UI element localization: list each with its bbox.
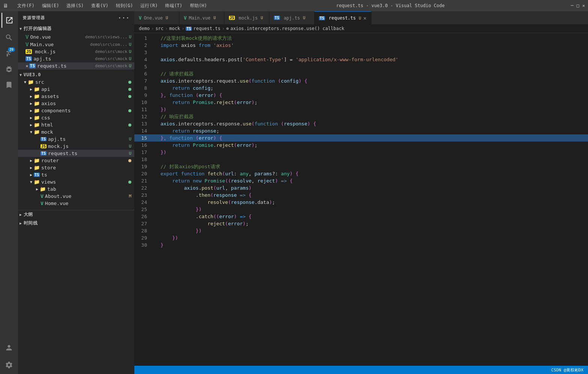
menu-terminal[interactable]: 终端(T) [162, 2, 185, 10]
code-line-15: 15 }, function (error) { [134, 134, 588, 142]
close-icon[interactable]: × [26, 63, 29, 69]
code-line-2: 2 import axios from 'axios' [134, 42, 588, 49]
project-section[interactable]: ▼ VUE3.0 [18, 71, 134, 78]
folder-assets[interactable]: ▶ 📁 assets [18, 93, 134, 100]
menu-file[interactable]: 文件(F) [14, 2, 38, 10]
line-content-4: axios.defaults.headers.post['Content-Typ… [153, 56, 588, 63]
breadcrumb-demo[interactable]: demo [139, 26, 150, 31]
timeline-chevron: ▶ [20, 221, 22, 225]
tab-main-vue[interactable]: V Main.vue U [179, 11, 224, 24]
file-about-vue[interactable]: V About.vue M [18, 193, 134, 200]
titlebar: 🖥 文件(F) 编辑(E) 选择(S) 查看(V) 转到(G) 运行(R) 终端… [0, 0, 588, 11]
vue-icon: V [26, 41, 29, 47]
folder-src[interactable]: ▼ 📁 src [18, 78, 134, 86]
line-content-11: }) [153, 106, 588, 113]
maximize-button[interactable]: □ [577, 3, 579, 8]
file-mock-js[interactable]: JS mock.js U [18, 143, 134, 150]
activity-debug[interactable] [2, 62, 17, 77]
activity-source-control[interactable]: 29 [2, 46, 17, 61]
tab-one-vue[interactable]: V One.vue U [134, 11, 179, 24]
folder-tab[interactable]: ▶ 📁 tab [18, 185, 134, 193]
timeline-section[interactable]: ▶ 时间线 [18, 219, 134, 228]
line-content-23: .then(response => { [153, 192, 588, 199]
folder-views[interactable]: ▼ 📁 views [18, 178, 134, 185]
close-button[interactable]: ✕ [582, 3, 585, 8]
tab-request-ts[interactable]: TS request.ts U ✕ [314, 11, 371, 24]
open-file-main-vue[interactable]: V Main.vue demo\src\com... U [18, 41, 134, 48]
activity-explorer[interactable] [2, 13, 17, 28]
sidebar-more-button[interactable]: ··· [118, 14, 130, 21]
file-apj-ts[interactable]: TS apj.ts U [18, 136, 134, 143]
folder-components[interactable]: ▶ 📁 components [18, 107, 134, 114]
menu-run[interactable]: 运行(R) [137, 2, 161, 10]
menu-goto[interactable]: 转到(G) [113, 2, 136, 10]
open-file-mock-js[interactable]: JS mock.js demo\src\mock U [18, 48, 134, 55]
file-about-vue-badge: M [129, 194, 131, 199]
line-num-25: 25 [134, 206, 153, 213]
open-file-one-vue[interactable]: V One.vue demo\src\views... U [18, 33, 134, 41]
tab-ts-icon: TS [274, 16, 280, 20]
activity-settings[interactable] [2, 357, 17, 372]
folder-css-icon: 📁 [34, 115, 40, 121]
folder-router-icon: 📁 [34, 158, 40, 163]
code-line-23: 23 .then(response => { [134, 192, 588, 199]
outline-section[interactable]: ▶ 大纲 [18, 210, 134, 219]
folder-router[interactable]: ▶ 📁 router [18, 157, 134, 164]
line-num-14: 14 [134, 127, 153, 134]
menu-select[interactable]: 选择(S) [63, 2, 87, 10]
outline-label: 大纲 [24, 211, 33, 218]
menu-edit[interactable]: 编辑(E) [39, 2, 62, 10]
folder-mock[interactable]: ▼ 📁 mock [18, 128, 134, 136]
window-controls: ─ □ ✕ [571, 3, 585, 8]
line-num-26: 26 [134, 213, 153, 220]
breadcrumb-mock[interactable]: mock [169, 26, 180, 31]
open-file-path: demo\src\mock [95, 56, 127, 61]
outline-chevron: ▶ [20, 213, 22, 217]
tab-apj-ts[interactable]: TS apj.ts U [269, 11, 314, 24]
activity-extensions[interactable] [2, 77, 17, 92]
open-editors-section[interactable]: ▼ 打开的编辑器 [18, 24, 134, 33]
code-line-25: 25 }) [134, 206, 588, 213]
folder-html[interactable]: ▶ 📁 html [18, 121, 134, 128]
folder-axios[interactable]: ▶ 📁 axios [18, 100, 134, 107]
breadcrumb-symbol[interactable]: axios.interceptors.response.use() callba… [230, 26, 344, 31]
breadcrumb-src[interactable]: src [155, 26, 164, 31]
folder-css[interactable]: ▶ 📁 css [18, 114, 134, 121]
menu-help[interactable]: 帮助(H) [187, 2, 210, 10]
file-mock-js-name: mock.js [48, 143, 127, 149]
tab-name: One.vue [144, 15, 163, 21]
line-content-7: axios.interceptors.request.use(function … [153, 77, 588, 84]
tab-mock-js[interactable]: JS mock.js U [224, 11, 269, 24]
activity-search[interactable] [2, 30, 17, 45]
folder-assets-name: assets [41, 94, 128, 99]
status-right-text: CSDN @黄权彬DX [551, 367, 583, 373]
code-editor[interactable]: 1 //这里封装mock使用的请求方法 2 import axios from … [134, 33, 588, 366]
line-content-25: }) [153, 206, 588, 213]
tab-name: mock.js [239, 15, 258, 21]
line-content-29: }) [153, 234, 588, 241]
open-file-request-ts[interactable]: × TS request.ts demo\src\mock U [18, 62, 134, 69]
file-request-ts[interactable]: TS request.ts U [18, 150, 134, 157]
folder-components-dot [128, 109, 131, 112]
open-file-apj-ts[interactable]: TS apj.ts demo\src\mock U [18, 55, 134, 62]
line-content-21: return new Promise((resolve, reject) => … [153, 177, 588, 184]
folder-views-dot [128, 181, 131, 184]
code-line-27: 27 reject(error); [134, 220, 588, 227]
tab-js-icon: JS [229, 16, 235, 20]
tab-badge: U [214, 16, 216, 20]
folder-router-dot [128, 159, 131, 162]
minimize-button[interactable]: ─ [571, 3, 573, 8]
editor-area: V One.vue U V Main.vue U JS mock.js U [134, 11, 588, 374]
open-editors-chevron: ▼ [20, 27, 22, 31]
activity-account[interactable] [2, 340, 17, 355]
folder-views-name: views [41, 179, 128, 185]
tab-ts-icon: TS [319, 16, 325, 20]
open-file-badge: U [129, 49, 131, 54]
tab-close-button[interactable]: ✕ [363, 15, 366, 21]
breadcrumb-file[interactable]: request.ts [193, 26, 220, 31]
file-home-vue[interactable]: V Home.vue [18, 200, 134, 207]
menu-view[interactable]: 查看(V) [88, 2, 111, 10]
folder-store[interactable]: ▶ 📁 store [18, 164, 134, 171]
folder-ts[interactable]: ▶ TS ts [18, 171, 134, 178]
folder-api[interactable]: ▶ 📁 api [18, 86, 134, 93]
